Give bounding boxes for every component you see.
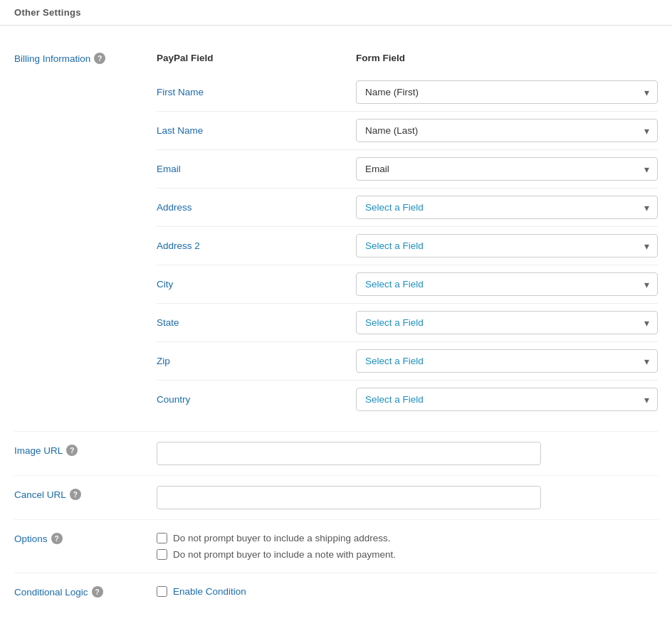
select-wrapper-1: Name (Last) bbox=[356, 119, 658, 142]
paypal-field-name-7: Zip bbox=[157, 356, 356, 366]
section-header: Other Settings bbox=[0, 0, 672, 26]
billing-label: Billing Information ? bbox=[14, 50, 157, 64]
conditional-logic-label: Conditional Logic ? bbox=[14, 583, 157, 598]
conditional-logic-label-text: Conditional Logic bbox=[14, 587, 88, 598]
options-row: Options ? Do not prompt buyer to include… bbox=[14, 520, 658, 573]
billing-field-row: CountrySelect a Field bbox=[157, 380, 658, 418]
cancel-url-input[interactable] bbox=[157, 486, 541, 509]
form-field-dropdown-8[interactable]: Select a Field bbox=[356, 388, 658, 411]
billing-information-row: Billing Information ? PayPal Field Form … bbox=[14, 40, 658, 432]
form-field-dropdown-6[interactable]: Select a Field bbox=[356, 311, 658, 334]
billing-label-text: Billing Information bbox=[14, 53, 90, 64]
paypal-column-header: PayPal Field bbox=[157, 53, 356, 63]
image-url-label-text: Image URL bbox=[14, 445, 63, 456]
form-field-select-2: Email bbox=[356, 157, 658, 181]
billing-field-row: AddressSelect a Field bbox=[157, 188, 658, 226]
conditional-logic-content: Enable Condition bbox=[157, 583, 658, 600]
form-column-header: Form Field bbox=[356, 53, 658, 63]
options-help-icon[interactable]: ? bbox=[51, 533, 63, 544]
paypal-field-name-6: State bbox=[157, 317, 356, 328]
conditional-logic-help-icon[interactable]: ? bbox=[92, 586, 103, 598]
billing-fields-container: First NameName (First)Last NameName (Las… bbox=[157, 73, 658, 418]
billing-field-row: ZipSelect a Field bbox=[157, 341, 658, 380]
form-field-select-1: Name (Last) bbox=[356, 119, 658, 142]
billing-table: PayPal Field Form Field First NameName (… bbox=[157, 53, 658, 418]
billing-field-row: EmailEmail bbox=[157, 149, 658, 188]
image-url-row: Image URL ? bbox=[14, 432, 658, 476]
select-wrapper-3: Select a Field bbox=[356, 196, 658, 219]
form-field-dropdown-5[interactable]: Select a Field bbox=[356, 272, 658, 296]
select-wrapper-2: Email bbox=[356, 157, 658, 181]
form-field-select-4: Select a Field bbox=[356, 234, 658, 258]
settings-body: Billing Information ? PayPal Field Form … bbox=[0, 26, 672, 621]
billing-field-row: StateSelect a Field bbox=[157, 303, 658, 341]
cancel-url-label-text: Cancel URL bbox=[14, 489, 66, 500]
form-field-select-3: Select a Field bbox=[356, 196, 658, 219]
form-field-select-7: Select a Field bbox=[356, 349, 658, 373]
paypal-field-name-2: Email bbox=[157, 164, 356, 174]
form-field-select-5: Select a Field bbox=[356, 272, 658, 296]
cancel-url-content bbox=[157, 486, 658, 509]
form-field-dropdown-3[interactable]: Select a Field bbox=[356, 196, 658, 219]
form-field-dropdown-4[interactable]: Select a Field bbox=[356, 234, 658, 258]
cancel-url-label: Cancel URL ? bbox=[14, 486, 157, 500]
conditional-logic-row: Conditional Logic ? Enable Condition bbox=[14, 573, 658, 610]
form-field-dropdown-0[interactable]: Name (First) bbox=[356, 80, 658, 104]
select-wrapper-8: Select a Field bbox=[356, 388, 658, 411]
image-url-input[interactable] bbox=[157, 442, 541, 465]
form-field-dropdown-7[interactable]: Select a Field bbox=[356, 349, 658, 373]
image-url-label: Image URL ? bbox=[14, 442, 157, 456]
form-field-select-0: Name (First) bbox=[356, 80, 658, 104]
cancel-url-help-icon[interactable]: ? bbox=[70, 489, 81, 500]
billing-field-row: Address 2Select a Field bbox=[157, 226, 658, 265]
form-field-dropdown-2[interactable]: Email bbox=[356, 157, 658, 181]
paypal-field-name-4: Address 2 bbox=[157, 240, 356, 251]
shipping-address-label: Do not prompt buyer to include a shippin… bbox=[173, 533, 390, 543]
form-field-dropdown-1[interactable]: Name (Last) bbox=[356, 119, 658, 142]
billing-content: PayPal Field Form Field First NameName (… bbox=[157, 50, 658, 421]
note-payment-label: Do not prompt buyer to include a note wi… bbox=[173, 549, 396, 560]
billing-field-row: CitySelect a Field bbox=[157, 265, 658, 303]
form-field-select-6: Select a Field bbox=[356, 311, 658, 334]
paypal-field-name-0: First Name bbox=[157, 87, 356, 97]
paypal-field-name-8: Country bbox=[157, 394, 356, 405]
billing-field-row: First NameName (First) bbox=[157, 73, 658, 111]
shipping-address-checkbox[interactable] bbox=[157, 533, 167, 543]
enable-condition-label: Enable Condition bbox=[173, 586, 246, 597]
paypal-field-name-5: City bbox=[157, 279, 356, 290]
enable-condition-checkbox[interactable] bbox=[157, 586, 167, 597]
billing-field-row: Last NameName (Last) bbox=[157, 111, 658, 149]
select-wrapper-5: Select a Field bbox=[356, 272, 658, 296]
options-label-text: Options bbox=[14, 534, 48, 544]
cancel-url-row: Cancel URL ? bbox=[14, 476, 658, 520]
paypal-field-name-3: Address bbox=[157, 202, 356, 213]
page-container: Other Settings Billing Information ? Pay… bbox=[0, 0, 672, 621]
select-wrapper-0: Name (First) bbox=[356, 80, 658, 104]
options-label: Options ? bbox=[14, 530, 157, 544]
billing-header-row: PayPal Field Form Field bbox=[157, 53, 658, 68]
shipping-address-option: Do not prompt buyer to include a shippin… bbox=[157, 530, 658, 546]
select-wrapper-7: Select a Field bbox=[356, 349, 658, 373]
enable-condition-option: Enable Condition bbox=[157, 583, 658, 600]
note-payment-option: Do not prompt buyer to include a note wi… bbox=[157, 546, 658, 563]
billing-help-icon[interactable]: ? bbox=[94, 53, 105, 64]
options-content: Do not prompt buyer to include a shippin… bbox=[157, 530, 658, 563]
image-url-content bbox=[157, 442, 658, 465]
note-payment-checkbox[interactable] bbox=[157, 549, 167, 560]
select-wrapper-6: Select a Field bbox=[356, 311, 658, 334]
form-field-select-8: Select a Field bbox=[356, 388, 658, 411]
select-wrapper-4: Select a Field bbox=[356, 234, 658, 258]
image-url-help-icon[interactable]: ? bbox=[66, 445, 78, 456]
paypal-field-name-1: Last Name bbox=[157, 125, 356, 136]
section-title: Other Settings bbox=[14, 7, 81, 18]
